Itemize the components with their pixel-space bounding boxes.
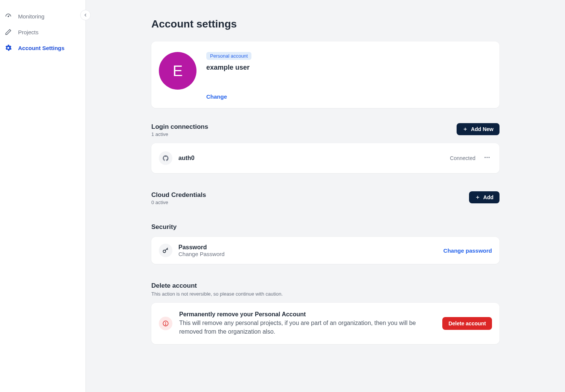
page-title: Account settings [151,18,500,30]
login-connections-section: Login connections 1 active Add New auth0 [151,123,500,173]
connection-menu-trigger[interactable] [482,153,492,164]
sidebar-item-projects[interactable]: Projects [0,25,85,39]
svg-point-0 [8,16,9,17]
security-section: Security Password Change Password Change… [151,223,500,264]
section-title: Cloud Credentials [151,191,206,199]
pencil-icon [5,29,12,35]
cloud-credentials-section: Cloud Credentials 0 active Add [151,191,500,205]
svg-point-3 [484,157,486,158]
delete-account-section: Delete account This action is not revers… [151,282,500,344]
delete-card: Permanently remove your Personal Account… [151,303,500,344]
delete-warning-title: Permanently remove your Personal Account [179,311,436,318]
connection-status: Connected [450,155,475,161]
password-subtitle: Change Password [178,251,437,257]
button-label: Add New [471,126,493,132]
sidebar-item-monitoring[interactable]: Monitoring [0,9,85,23]
dots-horizontal-icon [484,154,490,161]
profile-name: example user [206,64,251,72]
github-icon [159,151,172,165]
add-new-connection-button[interactable]: Add New [457,123,500,135]
profile-card: E Personal account example user Change [151,41,500,108]
delete-warning-description: This will remove any personal projects, … [179,319,436,336]
plus-icon [463,127,468,132]
svg-point-5 [489,157,490,158]
change-password-link[interactable]: Change password [443,247,492,254]
chevron-left-icon [83,12,88,18]
svg-point-4 [487,157,488,158]
warning-icon [159,317,172,330]
sidebar-item-label: Projects [18,29,38,35]
avatar: E [159,52,196,90]
gauge-icon [5,13,12,20]
gear-icon [5,44,12,51]
section-subtitle: This action is not reversible, so please… [151,291,500,297]
password-card: Password Change Password Change password [151,237,500,264]
sidebar-collapse-toggle[interactable] [80,10,91,20]
section-title: Login connections [151,123,208,131]
connection-name: auth0 [178,155,195,161]
delete-account-button[interactable]: Delete account [442,317,492,330]
section-title: Delete account [151,282,500,290]
change-profile-link[interactable]: Change [206,93,251,100]
sidebar-item-account-settings[interactable]: Account Settings [0,41,85,55]
svg-point-11 [165,325,166,325]
sidebar-item-label: Monitoring [18,13,44,20]
sidebar: Monitoring Projects Account Settings [0,0,86,392]
key-icon [159,244,172,257]
main-content: Account settings E Personal account exam… [86,0,565,392]
account-type-badge: Personal account [206,52,251,60]
section-subtitle: 0 active [151,200,206,205]
add-credential-button[interactable]: Add [469,191,500,203]
section-title: Security [151,223,177,231]
password-title: Password [178,244,437,251]
section-subtitle: 1 active [151,131,208,137]
button-label: Add [483,194,493,200]
sidebar-item-label: Account Settings [18,45,64,51]
login-connection-item: auth0 Connected [151,143,500,173]
plus-icon [475,195,480,200]
